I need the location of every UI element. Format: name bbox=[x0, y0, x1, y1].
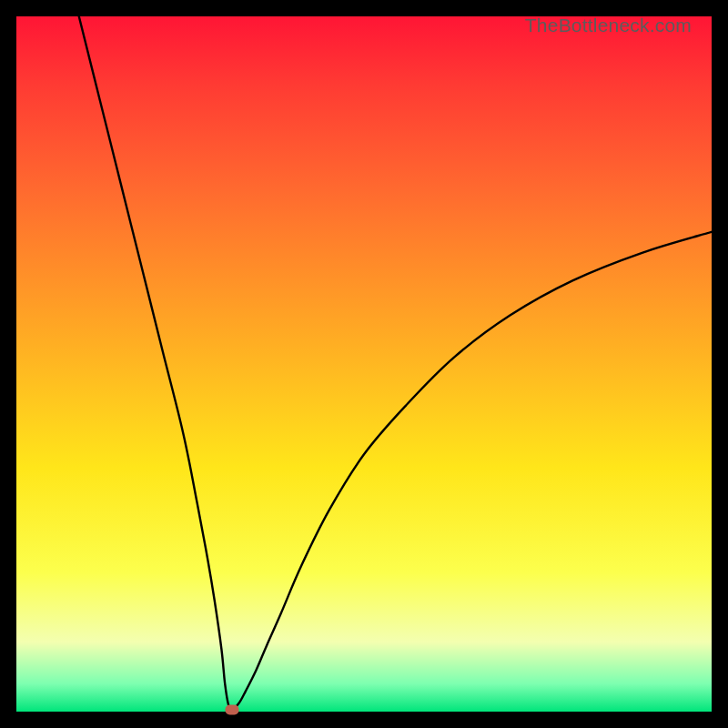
bottleneck-curve bbox=[16, 16, 712, 712]
chart-plot-area: TheBottleneck.com bbox=[16, 16, 712, 712]
optimal-point-marker bbox=[225, 704, 238, 714]
